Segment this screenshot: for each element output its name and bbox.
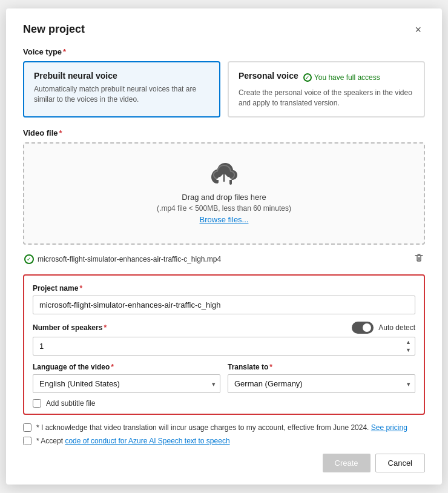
video-file-label: Video file* [23, 128, 425, 137]
upload-icon [36, 163, 412, 187]
spinner-down-button[interactable]: ▼ [404, 347, 413, 354]
speakers-label: Number of speakers* [33, 323, 107, 332]
ack-checkbox-2[interactable] [23, 437, 31, 445]
ack-row-1: * I acknowledge that video translation w… [23, 423, 425, 432]
speakers-input-wrapper: ▲ ▼ [33, 337, 415, 356]
project-details-section: Project name* Number of speakers* Auto d… [23, 274, 425, 415]
cancel-button[interactable]: Cancel [375, 454, 425, 472]
language-video-group: Language of the video* English (United S… [33, 363, 220, 393]
voice-type-label: Voice type* [23, 47, 425, 56]
speakers-label-row: Number of speakers* Auto detect [33, 322, 415, 334]
close-button[interactable]: × [411, 23, 425, 36]
new-project-dialog: New project × Voice type* Prebuilt neura… [6, 8, 442, 485]
number-spinner: ▲ ▼ [404, 339, 413, 354]
upload-dropzone[interactable]: Drag and drop files here (.mp4 file < 50… [23, 142, 425, 245]
see-pricing-link[interactable]: See pricing [371, 423, 407, 432]
translate-to-group: Translate to* German (Germany) French (F… [228, 363, 415, 393]
prebuilt-title: Prebuilt neural voice [34, 71, 209, 81]
create-button[interactable]: Create [323, 454, 371, 472]
translate-to-select-wrapper: German (Germany) French (France) Spanish… [228, 374, 415, 393]
video-file-section: Video file* Drag and drop files here (.m… [23, 128, 425, 268]
file-check-icon: ✓ [24, 254, 34, 264]
subtitle-row: Add subtitle file [33, 399, 415, 408]
delete-file-button[interactable] [414, 253, 424, 265]
personal-desc: Create the personal voice of the speaker… [239, 88, 414, 108]
file-name: microsoft-flight-simulator-enhances-air-… [38, 255, 221, 263]
language-video-label: Language of the video* [33, 363, 220, 371]
drag-text: Drag and drop files here [36, 193, 412, 202]
ack-text-1: * I acknowledge that video translation w… [36, 423, 407, 432]
speakers-group: Number of speakers* Auto detect ▲ ▼ [33, 322, 415, 356]
ack-row-2: * Accept code of conduct for Azure AI Sp… [23, 437, 425, 445]
toggle-label: Auto detect [378, 323, 415, 332]
speakers-input[interactable] [33, 337, 415, 356]
full-access-badge: ✓ You have full access [303, 73, 380, 82]
personal-title: Personal voice [239, 71, 298, 81]
dialog-header: New project × [23, 23, 425, 36]
auto-detect-toggle[interactable] [352, 322, 374, 334]
browse-files-link[interactable]: Browse files... [200, 215, 249, 224]
ack-checkbox-1[interactable] [23, 423, 31, 432]
personal-voice-header: Personal voice ✓ You have full access [239, 71, 414, 84]
project-name-group: Project name* [33, 284, 415, 314]
language-video-select[interactable]: English (United States) Spanish French G… [33, 374, 220, 393]
project-name-input[interactable] [33, 296, 415, 314]
spinner-up-button[interactable]: ▲ [404, 339, 413, 346]
dialog-footer: Create Cancel [23, 454, 425, 472]
upload-subtext: (.mp4 file < 500MB, less than 60 minutes… [36, 204, 412, 213]
translate-to-select[interactable]: German (Germany) French (France) Spanish… [228, 374, 415, 393]
prebuilt-desc: Automatically match prebuilt neural voic… [34, 84, 209, 105]
voice-type-row: Prebuilt neural voice Automatically matc… [23, 61, 425, 118]
prebuilt-neural-voice-card[interactable]: Prebuilt neural voice Automatically matc… [23, 61, 220, 118]
project-name-label: Project name* [33, 284, 415, 293]
auto-detect-row: Auto detect [352, 322, 415, 334]
voice-type-section: Voice type* Prebuilt neural voice Automa… [23, 47, 425, 118]
file-info-row: ✓ microsoft-flight-simulator-enhances-ai… [23, 250, 425, 268]
subtitle-label: Add subtitle file [46, 399, 95, 408]
code-of-conduct-link[interactable]: code of conduct for Azure AI Speech text… [65, 437, 229, 445]
translate-to-label: Translate to* [228, 363, 415, 371]
language-row: Language of the video* English (United S… [33, 363, 415, 393]
check-circle-icon: ✓ [303, 73, 312, 82]
toggle-knob [363, 323, 371, 332]
language-video-select-wrapper: English (United States) Spanish French G… [33, 374, 220, 393]
dialog-title: New project [23, 23, 85, 36]
ack-text-2: * Accept code of conduct for Azure AI Sp… [36, 437, 230, 445]
acknowledgments-section: * I acknowledge that video translation w… [23, 423, 425, 445]
subtitle-checkbox[interactable] [33, 399, 41, 408]
file-info-left: ✓ microsoft-flight-simulator-enhances-ai… [24, 254, 221, 264]
personal-voice-card[interactable]: Personal voice ✓ You have full access Cr… [228, 61, 425, 118]
